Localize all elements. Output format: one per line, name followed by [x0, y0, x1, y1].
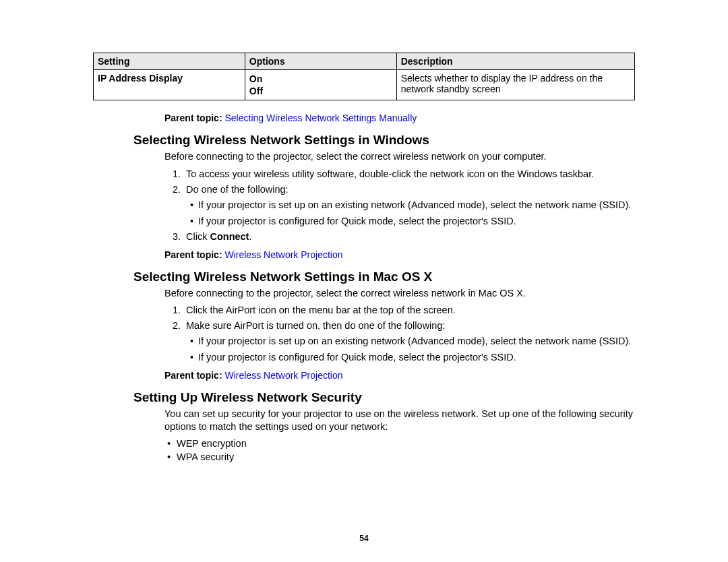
list-item: Do one of the following: If your project… [183, 183, 635, 228]
option-off: Off [249, 85, 392, 97]
step-suffix: . [249, 231, 251, 242]
list-item: WPA security [177, 451, 635, 462]
option-on: On [249, 73, 392, 85]
list-item: WEP encryption [177, 438, 635, 449]
table-row: IP Address Display On Off Selects whethe… [94, 70, 635, 100]
list-item: Click the AirPort icon on the menu bar a… [183, 304, 635, 317]
list-item: If your projector is set up on an existi… [198, 199, 635, 212]
list-item: If your projector is configured for Quic… [198, 351, 635, 365]
steps-list: To access your wireless utility software… [164, 168, 635, 244]
intro-text: Before connecting to the projector, sele… [164, 150, 635, 164]
intro-text: Before connecting to the projector, sele… [164, 287, 635, 301]
parent-topic: Parent topic: Wireless Network Projectio… [164, 249, 635, 260]
parent-topic-label: Parent topic: [164, 113, 224, 123]
heading-windows: Selecting Wireless Network Settings in W… [133, 133, 635, 148]
heading-security: Setting Up Wireless Network Security [133, 390, 635, 405]
step-text: Do one of the following: [186, 184, 289, 195]
col-description: Description [396, 53, 634, 70]
security-list: WEP encryption WPA security [164, 438, 635, 462]
parent-topic: Parent topic: Selecting Wireless Network… [164, 113, 635, 123]
intro-text: You can set up security for your project… [164, 408, 635, 434]
col-setting: Setting [94, 53, 245, 70]
settings-table: Setting Options Description IP Address D… [93, 53, 635, 100]
parent-topic-link[interactable]: Selecting Wireless Network Settings Manu… [224, 113, 417, 123]
col-options: Options [245, 53, 396, 70]
cell-description: Selects whether to display the IP addres… [396, 70, 634, 100]
list-item: If your projector is set up on an existi… [198, 335, 635, 348]
parent-topic-link[interactable]: Wireless Network Projection [224, 249, 342, 260]
page-number: 54 [0, 534, 728, 543]
steps-list: Click the AirPort icon on the menu bar a… [164, 304, 635, 364]
connect-label: Connect [210, 231, 249, 242]
cell-setting: IP Address Display [94, 70, 245, 100]
sub-list: If your projector is set up on an existi… [190, 335, 635, 364]
cell-options: On Off [245, 70, 396, 100]
sub-list: If your projector is set up on an existi… [190, 199, 635, 228]
heading-macosx: Selecting Wireless Network Settings in M… [133, 270, 635, 284]
parent-topic-label: Parent topic: [164, 370, 224, 381]
list-item: To access your wireless utility software… [183, 168, 635, 181]
list-item: Click Connect. [183, 230, 635, 244]
parent-topic-label: Parent topic: [164, 249, 224, 260]
step-text: Make sure AirPort is turned on, then do … [186, 320, 445, 331]
list-item: If your projector is configured for Quic… [198, 215, 635, 228]
parent-topic: Parent topic: Wireless Network Projectio… [164, 370, 635, 381]
parent-topic-link[interactable]: Wireless Network Projection [224, 370, 342, 381]
step-prefix: Click [186, 231, 210, 242]
list-item: Make sure AirPort is turned on, then do … [183, 319, 635, 365]
